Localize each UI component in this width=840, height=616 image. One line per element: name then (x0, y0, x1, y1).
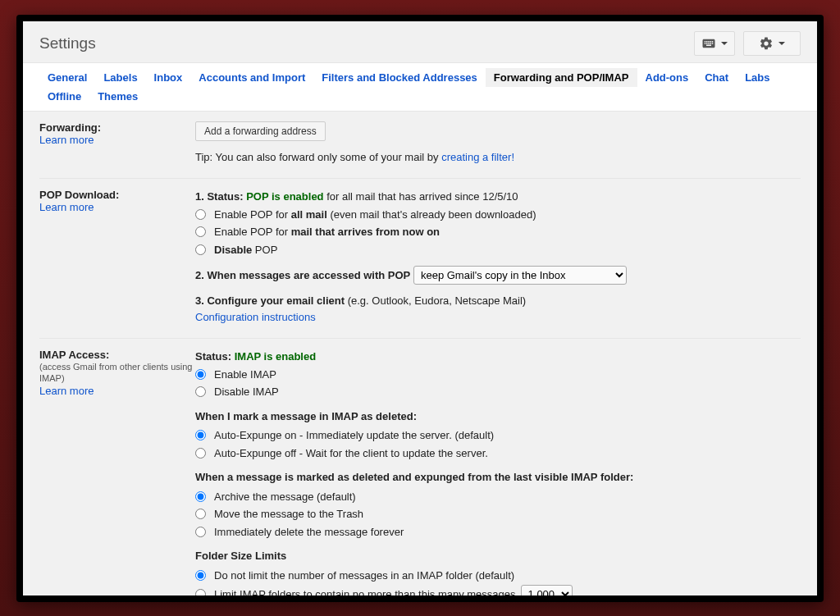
imap-folder-archive[interactable]: Archive the message (default) (195, 489, 801, 505)
folder-radio-trash[interactable] (195, 509, 206, 519)
pop-accessed-row: 2. When messages are accessed with POP k… (195, 266, 801, 285)
pop-radio-disable[interactable] (195, 244, 206, 255)
expunge-radio-off[interactable] (195, 448, 206, 459)
imap-limit-select[interactable]: 1,000 (521, 585, 573, 595)
pop-option-from-now[interactable]: Enable POP for mail that arrives from no… (195, 224, 801, 240)
limit-radio-none[interactable] (195, 570, 206, 581)
configuration-instructions-link[interactable]: Configuration instructions (195, 311, 316, 323)
topbar: Settings (23, 21, 817, 62)
imap-learn-more-link[interactable]: Learn more (39, 385, 94, 397)
chevron-down-icon (721, 42, 728, 45)
imap-limit-none[interactable]: Do not limit the number of messages in a… (195, 568, 801, 584)
imap-option-disable[interactable]: Disable IMAP (195, 384, 801, 400)
forwarding-heading: Forwarding: (39, 121, 195, 134)
tab-filters-and-blocked-addresses[interactable]: Filters and Blocked Addresses (313, 68, 486, 87)
pop-accessed-select[interactable]: keep Gmail's copy in the Inbox (413, 266, 627, 285)
imap-folder-label: When a message is marked as deleted and … (195, 469, 801, 486)
tab-add-ons[interactable]: Add-ons (637, 68, 697, 87)
imap-subheading: (access Gmail from other clients using I… (39, 361, 195, 385)
input-tools-dropdown[interactable] (694, 31, 735, 56)
imap-expunge-on[interactable]: Auto-Expunge on - Immediately update the… (195, 427, 801, 444)
pop-status-line: 1. Status: POP is enabled for all mail t… (195, 189, 801, 205)
creating-filter-link[interactable]: creating a filter! (441, 151, 514, 163)
imap-expunge-off[interactable]: Auto-Expunge off - Wait for the client t… (195, 445, 801, 462)
tab-forwarding-and-pop-imap[interactable]: Forwarding and POP/IMAP (486, 68, 637, 87)
pop-radio-all[interactable] (195, 209, 206, 220)
imap-heading: IMAP Access: (39, 349, 195, 361)
tab-accounts-and-import[interactable]: Accounts and Import (190, 68, 313, 87)
settings-page: Settings GeneralLabelsInboxAccounts and … (23, 21, 817, 595)
limit-radio-count[interactable] (195, 589, 206, 595)
pop-radio-now[interactable] (195, 226, 206, 237)
section-pop: POP Download: Learn more 1. Status: POP … (39, 179, 801, 339)
tab-labels[interactable]: Labels (95, 68, 145, 87)
tab-offline[interactable]: Offline (39, 87, 89, 106)
tab-themes[interactable]: Themes (89, 87, 146, 106)
settings-body: Forwarding: Learn more Add a forwarding … (23, 112, 817, 595)
tab-labs[interactable]: Labs (737, 68, 778, 87)
section-imap: IMAP Access: (access Gmail from other cl… (39, 339, 801, 595)
imap-status-line: Status: IMAP is enabled (195, 349, 801, 365)
imap-radio-disable[interactable] (195, 386, 206, 397)
forwarding-learn-more-link[interactable]: Learn more (39, 134, 94, 146)
section-forwarding: Forwarding: Learn more Add a forwarding … (39, 112, 801, 180)
imap-folder-delete[interactable]: Immediately delete the message forever (195, 524, 801, 541)
tabs-bar: GeneralLabelsInboxAccounts and ImportFil… (23, 62, 817, 112)
imap-option-enable[interactable]: Enable IMAP (195, 367, 801, 383)
imap-radio-enable[interactable] (195, 369, 206, 380)
imap-limit-count[interactable]: Limit IMAP folders to contain no more th… (195, 585, 801, 595)
add-forwarding-address-button[interactable]: Add a forwarding address (195, 121, 326, 141)
pop-option-disable[interactable]: Disable POP (195, 242, 801, 258)
tab-general[interactable]: General (39, 68, 95, 87)
pop-option-all-mail[interactable]: Enable POP for all mail (even mail that'… (195, 207, 801, 223)
imap-folder-trash[interactable]: Move the message to the Trash (195, 506, 801, 522)
folder-radio-delete[interactable] (195, 527, 206, 537)
gear-icon (759, 36, 774, 51)
settings-dropdown[interactable] (743, 31, 801, 56)
forwarding-tip: Tip: You can also forward only some of y… (195, 149, 801, 166)
tab-chat[interactable]: Chat (696, 68, 737, 87)
keyboard-icon (701, 36, 716, 51)
imap-deleted-label: When I mark a message in IMAP as deleted… (195, 408, 801, 425)
chevron-down-icon (778, 42, 785, 45)
expunge-radio-on[interactable] (195, 430, 206, 440)
imap-limits-label: Folder Size Limits (195, 548, 801, 564)
tab-inbox[interactable]: Inbox (146, 68, 191, 87)
pop-configure-row: 3. Configure your email client (e.g. Out… (195, 293, 801, 325)
page-title: Settings (39, 34, 686, 52)
pop-learn-more-link[interactable]: Learn more (39, 201, 94, 213)
folder-radio-archive[interactable] (195, 491, 206, 502)
pop-heading: POP Download: (39, 189, 195, 201)
